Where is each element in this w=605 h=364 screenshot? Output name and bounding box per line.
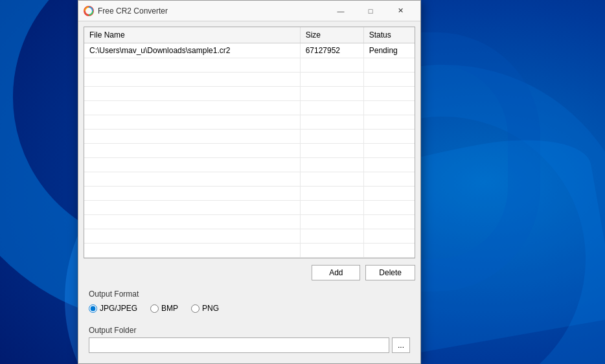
add-button[interactable]: Add	[312, 265, 360, 280]
output-folder-input[interactable]	[89, 337, 389, 353]
table-empty-row	[84, 87, 415, 101]
table-row: C:\Users\mav_u\Downloads\sample1.cr2 671…	[84, 43, 415, 58]
table-empty-row	[84, 172, 415, 187]
radio-png-input[interactable]	[191, 304, 200, 313]
radio-jpg-input[interactable]	[89, 304, 97, 313]
output-format-label: Output Format	[89, 290, 410, 299]
table-empty-row	[84, 101, 415, 115]
file-table-container: File Name Size Status C:\Users\mav_u\Dow…	[84, 27, 415, 258]
cell-status: Pending	[363, 43, 415, 58]
table-empty-row	[84, 215, 415, 229]
column-header-name: File Name	[84, 27, 300, 43]
bottom-bar: http://mediafreeware.com Convert Close	[78, 361, 420, 364]
window-title: Free CR2 Converter	[98, 6, 326, 16]
radio-png-label: PNG	[202, 304, 219, 313]
output-folder-section: Output Folder ...	[84, 323, 415, 356]
maximize-button[interactable]: □	[356, 1, 385, 21]
radio-jpg[interactable]: JPG/JPEG	[89, 304, 137, 313]
table-empty-row	[84, 144, 415, 158]
radio-jpg-label: JPG/JPEG	[100, 304, 137, 313]
file-table: File Name Size Status C:\Users\mav_u\Dow…	[84, 27, 415, 258]
table-empty-row	[84, 229, 415, 244]
window-close-button[interactable]: ✕	[385, 1, 415, 21]
file-action-buttons: Add Delete	[84, 264, 415, 282]
minimize-button[interactable]: —	[326, 1, 356, 21]
column-header-size: Size	[300, 27, 363, 43]
browse-button[interactable]: ...	[392, 337, 410, 353]
main-content: File Name Size Status C:\Users\mav_u\Dow…	[78, 21, 420, 361]
table-header-row: File Name Size Status	[84, 27, 415, 43]
title-bar: Free CR2 Converter — □ ✕	[78, 1, 420, 21]
cell-size: 67127952	[300, 43, 363, 58]
output-folder-label: Output Folder	[89, 326, 410, 335]
app-icon	[84, 6, 94, 16]
table-empty-row	[84, 115, 415, 130]
radio-bmp[interactable]: BMP	[150, 304, 178, 313]
output-folder-row: ...	[89, 337, 410, 353]
cell-filename: C:\Users\mav_u\Downloads\sample1.cr2	[84, 43, 300, 58]
delete-button[interactable]: Delete	[365, 265, 415, 280]
table-empty-row	[84, 158, 415, 172]
table-empty-row	[84, 130, 415, 144]
table-empty-row	[84, 187, 415, 201]
radio-bmp-label: BMP	[161, 304, 178, 313]
table-empty-row	[84, 73, 415, 87]
radio-png[interactable]: PNG	[191, 304, 219, 313]
app-window: Free CR2 Converter — □ ✕ File Name Size …	[78, 0, 421, 364]
output-format-radio-group: JPG/JPEG BMP PNG	[89, 301, 410, 315]
radio-bmp-input[interactable]	[150, 304, 159, 313]
window-controls: — □ ✕	[326, 1, 415, 21]
table-empty-row	[84, 58, 415, 73]
output-format-section: Output Format JPG/JPEG BMP PNG	[84, 287, 415, 318]
table-empty-row	[84, 244, 415, 258]
column-header-status: Status	[363, 27, 415, 43]
table-empty-row	[84, 201, 415, 215]
